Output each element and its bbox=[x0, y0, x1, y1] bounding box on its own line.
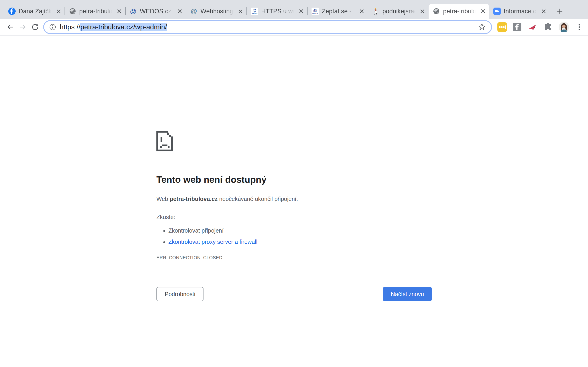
tab-title: Dana Zajíčko bbox=[19, 8, 52, 15]
reload-icon bbox=[31, 23, 40, 31]
try-heading: Zkuste: bbox=[156, 213, 432, 221]
wedos-badge-icon: @WEDOS bbox=[251, 8, 258, 15]
button-row: Podrobnosti Načíst znovu bbox=[156, 287, 432, 301]
close-icon[interactable] bbox=[540, 8, 547, 15]
close-icon[interactable] bbox=[176, 8, 183, 15]
reload-page-button[interactable]: Načíst znovu bbox=[383, 287, 432, 301]
url-selected-text: petra-tribulova.cz/wp-admin/ bbox=[80, 23, 167, 31]
error-code: ERR_CONNECTION_CLOSED bbox=[156, 255, 432, 260]
tab-webhosting[interactable]: @ Webhosting bbox=[186, 4, 247, 19]
browser-window: Dana Zajíčko petra-tribulo @ WEDOS.cz - bbox=[0, 0, 588, 367]
proxy-firewall-link[interactable]: Zkontrolovat proxy server a firewall bbox=[168, 239, 258, 245]
facebook-extension-icon[interactable] bbox=[513, 23, 522, 32]
forward-arrow-icon bbox=[18, 23, 27, 31]
password-manager-icon[interactable] bbox=[497, 22, 507, 32]
svg-text:@: @ bbox=[253, 8, 257, 13]
tab-dana-zajickova[interactable]: Dana Zajíčko bbox=[4, 4, 65, 19]
svg-text:@: @ bbox=[191, 8, 197, 15]
tab-title: WEDOS.cz - bbox=[140, 8, 173, 15]
reload-button[interactable] bbox=[29, 21, 41, 33]
tab-wedos-cz[interactable]: @ WEDOS.cz - bbox=[125, 4, 186, 19]
tab-title: Zeptat se - bbox=[322, 8, 355, 15]
details-button[interactable]: Podrobnosti bbox=[156, 287, 204, 301]
plus-icon bbox=[556, 8, 563, 15]
suggestion-check-proxy: Zkontrolovat proxy server a firewall bbox=[168, 236, 432, 248]
close-icon[interactable] bbox=[298, 8, 304, 15]
star-icon[interactable] bbox=[477, 23, 486, 32]
error-panel: Tento web není dostupný Web petra-tribul… bbox=[156, 131, 432, 301]
url-text[interactable]: https://petra-tribulova.cz/wp-admin/ bbox=[60, 23, 477, 31]
tab-title: Informace o bbox=[504, 8, 537, 15]
forward-button[interactable] bbox=[17, 21, 29, 33]
back-button[interactable] bbox=[4, 21, 17, 33]
svg-text:WEDOS: WEDOS bbox=[252, 13, 258, 14]
sad-file-icon bbox=[156, 131, 173, 151]
facebook-icon bbox=[8, 8, 16, 15]
wedos-icon: @ bbox=[130, 8, 137, 15]
close-icon[interactable] bbox=[55, 8, 62, 15]
zoom-camera-icon bbox=[493, 8, 501, 15]
svg-text:@: @ bbox=[130, 8, 136, 15]
url-scheme: https:// bbox=[60, 23, 80, 31]
site-domain: petra-tribulova.cz bbox=[170, 196, 217, 202]
tab-title: podnikejsrad bbox=[382, 8, 416, 15]
page-content: Tento web není dostupný Web petra-tribul… bbox=[0, 35, 588, 367]
close-icon[interactable] bbox=[419, 8, 426, 15]
tab-title: HTTPS u we bbox=[261, 8, 295, 15]
svg-text:WEDOS: WEDOS bbox=[312, 13, 318, 14]
tab-title: petra-tribulo bbox=[79, 8, 113, 15]
tab-petra-tribulova-1[interactable]: petra-tribulo bbox=[65, 4, 125, 19]
close-icon[interactable] bbox=[116, 8, 123, 15]
wedos-badge-icon: @WEDOS bbox=[311, 8, 319, 15]
tab-title: Webhosting bbox=[200, 8, 234, 15]
tab-title: petra-tribulo bbox=[443, 8, 477, 15]
menu-kebab-icon[interactable] bbox=[575, 23, 584, 32]
globe-icon bbox=[433, 8, 440, 15]
tab-informace-zoom[interactable]: Informace o bbox=[489, 4, 550, 19]
globe-icon bbox=[69, 8, 76, 15]
error-title: Tento web není dostupný bbox=[156, 174, 432, 185]
back-arrow-icon bbox=[6, 23, 15, 31]
svg-text:@: @ bbox=[313, 8, 317, 13]
extensions-row bbox=[497, 22, 584, 32]
person-icon bbox=[372, 8, 380, 15]
tab-https-u-webhostingu[interactable]: @WEDOS HTTPS u we bbox=[247, 4, 307, 19]
tab-petra-tribulova-active[interactable]: petra-tribulo bbox=[429, 4, 489, 19]
mail-plane-icon[interactable] bbox=[527, 22, 537, 32]
address-bar[interactable]: https://petra-tribulova.cz/wp-admin/ bbox=[43, 20, 492, 34]
error-message: Web petra-tribulova.cz neočekávaně ukonč… bbox=[156, 195, 432, 203]
tab-strip: Dana Zajíčko petra-tribulo @ WEDOS.cz - bbox=[0, 0, 588, 19]
close-icon[interactable] bbox=[480, 8, 486, 15]
close-icon[interactable] bbox=[358, 8, 365, 15]
profile-avatar[interactable] bbox=[559, 22, 569, 32]
extensions-puzzle-icon[interactable] bbox=[543, 22, 553, 32]
wedos-icon-teal: @ bbox=[190, 8, 198, 15]
browser-toolbar: https://petra-tribulova.cz/wp-admin/ bbox=[0, 19, 588, 35]
tab-podnikejsrad[interactable]: podnikejsrad bbox=[368, 4, 429, 19]
new-tab-button[interactable] bbox=[553, 5, 566, 17]
tab-zeptat-se[interactable]: @WEDOS Zeptat se - bbox=[307, 4, 368, 19]
info-icon[interactable] bbox=[49, 23, 57, 31]
suggestion-list: Zkontrolovat připojení Zkontrolovat prox… bbox=[156, 225, 432, 248]
suggestion-check-connection: Zkontrolovat připojení bbox=[168, 225, 432, 236]
close-icon[interactable] bbox=[237, 8, 244, 15]
